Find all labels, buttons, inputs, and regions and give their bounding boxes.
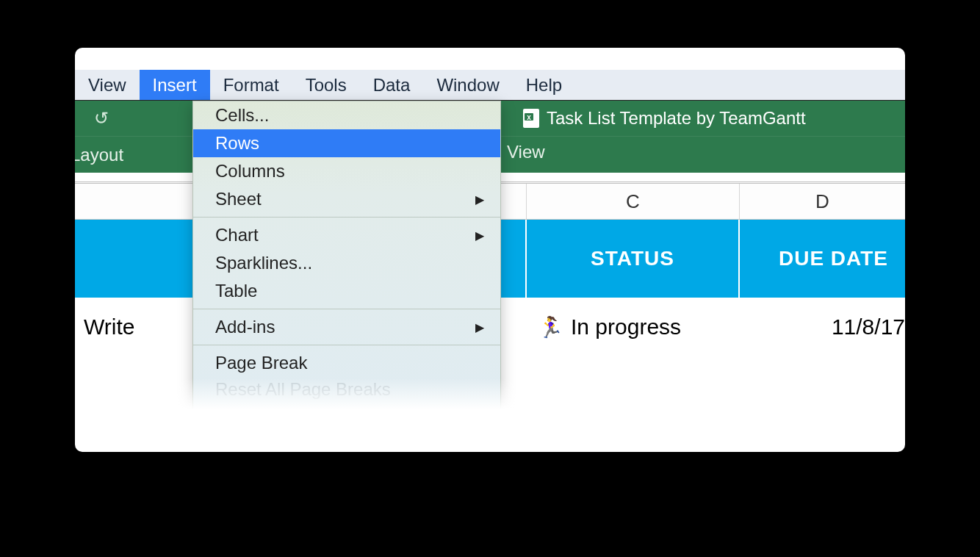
dropdown-label: Sheet <box>215 189 262 209</box>
insert-dropdown-menu: Cells... Rows Columns Sheet ▶ Chart ▶ Sp… <box>192 101 501 410</box>
dropdown-label: Reset All Page Breaks <box>215 379 391 400</box>
dropdown-label: Cells... <box>215 105 269 126</box>
menu-tools[interactable]: Tools <box>292 70 360 100</box>
chevron-right-icon: ▶ <box>475 193 484 206</box>
menu-window[interactable]: Window <box>423 70 512 100</box>
menu-bar: View Insert Format Tools Data Window Hel… <box>75 70 905 101</box>
excel-file-icon <box>523 109 539 128</box>
column-header-d[interactable]: D <box>740 184 905 219</box>
app-frame: View Insert Format Tools Data Window Hel… <box>75 70 905 423</box>
chevron-right-icon: ▶ <box>475 229 484 242</box>
dropdown-item-columns[interactable]: Columns <box>193 157 500 185</box>
menu-format[interactable]: Format <box>210 70 292 100</box>
undo-icon[interactable]: ↺ <box>94 108 109 129</box>
dropdown-label: Add-ins <box>215 317 275 337</box>
dropdown-label: Chart <box>215 225 259 245</box>
dropdown-item-sheet[interactable]: Sheet ▶ <box>193 185 500 213</box>
document-title: Task List Template by TeamGantt <box>547 108 806 129</box>
toolbar-tab-layout[interactable]: Layout <box>75 145 123 165</box>
cell-status[interactable]: 🏃‍♀️ In progress <box>527 315 740 339</box>
dropdown-item-page-break[interactable]: Page Break <box>193 349 500 377</box>
column-header-c[interactable]: C <box>527 184 740 219</box>
dropdown-item-cells[interactable]: Cells... <box>193 101 500 129</box>
dropdown-item-rows[interactable]: Rows <box>193 129 500 157</box>
dropdown-item-reset-page-breaks[interactable]: Reset All Page Breaks <box>193 375 500 403</box>
menu-view[interactable]: View <box>75 70 140 100</box>
chevron-right-icon: ▶ <box>475 320 484 334</box>
dropdown-label: Columns <box>215 161 285 182</box>
dropdown-item-table[interactable]: Table <box>193 277 500 305</box>
dropdown-separator <box>193 345 500 345</box>
cell-due-date[interactable]: 11/8/17 <box>740 315 905 339</box>
runner-emoji-icon: 🏃‍♀️ <box>538 315 563 339</box>
table-header-status[interactable]: STATUS <box>527 220 740 298</box>
dropdown-item-chart[interactable]: Chart ▶ <box>193 221 500 249</box>
dropdown-label: Rows <box>215 133 259 154</box>
menu-help[interactable]: Help <box>513 70 575 100</box>
dropdown-separator <box>193 309 500 309</box>
dropdown-label: Table <box>215 281 257 301</box>
dropdown-label: Page Break <box>215 353 307 373</box>
cell-status-text: In progress <box>571 315 681 339</box>
document-title-wrap: Task List Template by TeamGantt <box>523 108 806 129</box>
menu-data[interactable]: Data <box>360 70 424 100</box>
toolbar-tab-view[interactable]: View <box>507 142 545 162</box>
menu-insert[interactable]: Insert <box>140 70 210 100</box>
table-header-due-date[interactable]: DUE DATE <box>740 220 905 298</box>
dropdown-separator <box>193 217 500 218</box>
dropdown-item-sparklines[interactable]: Sparklines... <box>193 249 500 277</box>
app-window: View Insert Format Tools Data Window Hel… <box>75 48 905 452</box>
dropdown-label: Sparklines... <box>215 253 312 273</box>
dropdown-item-addins[interactable]: Add-ins ▶ <box>193 313 500 341</box>
